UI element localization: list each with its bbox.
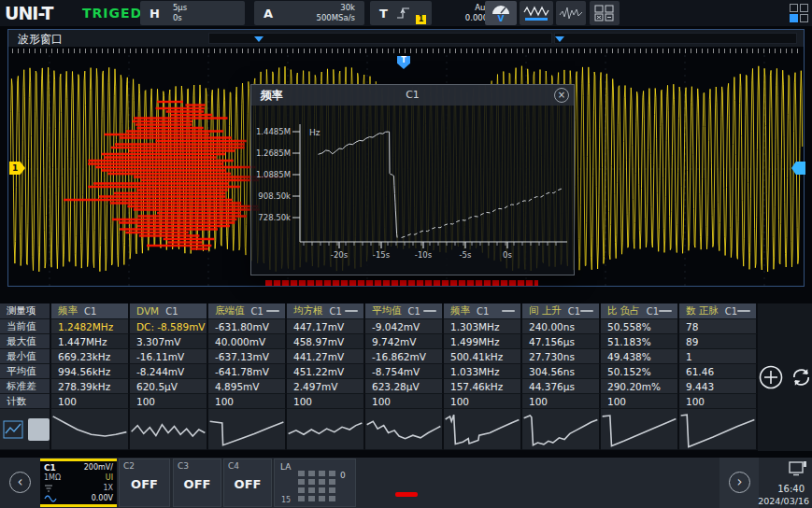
measurement-value: 2.497mV bbox=[287, 379, 365, 394]
measurement-value: 620.5μV bbox=[130, 379, 208, 394]
ch1-impedance: 1MΩ bbox=[44, 473, 61, 482]
row-label: 平均值 bbox=[0, 364, 51, 379]
awg-wave-icon bbox=[523, 4, 549, 22]
measurement-header[interactable]: 间 上升C1 bbox=[522, 303, 601, 319]
ch1-mode: UI bbox=[106, 473, 113, 482]
row-label: 最大值 bbox=[0, 334, 51, 349]
svg-text:-20s: -20s bbox=[331, 250, 349, 260]
measurement-header[interactable]: 底端值C1 bbox=[208, 303, 287, 319]
date-display: 2024/03/16 bbox=[758, 496, 809, 506]
measurement-value: 157.46kHz bbox=[444, 379, 522, 394]
ch1-offset: 0.00V bbox=[92, 494, 113, 502]
memory-overview-strip[interactable] bbox=[12, 49, 800, 53]
chevron-down-icon[interactable] bbox=[254, 36, 264, 42]
channel2-tile[interactable]: C2 OFF bbox=[119, 459, 170, 507]
measurement-value: -631.80mV bbox=[208, 319, 287, 334]
measurement-value: 3.307mV bbox=[130, 334, 208, 349]
table-corner-label: 测量项 bbox=[0, 303, 51, 319]
measurement-value: 447.17mV bbox=[287, 319, 365, 334]
timebase-value: 5μs bbox=[173, 3, 187, 13]
wave-dropdown-2[interactable] bbox=[554, 33, 797, 44]
awg-button[interactable] bbox=[520, 1, 553, 25]
horizontal-menu[interactable]: H 5μs 0s bbox=[140, 1, 245, 25]
trigger-source-badge: 1 bbox=[416, 15, 426, 24]
measurement-value: 1.447MHz bbox=[51, 334, 130, 349]
row-label: 最小值 bbox=[0, 349, 51, 364]
next-page-button[interactable]: › bbox=[729, 472, 750, 493]
add-measurement-icon[interactable] bbox=[758, 364, 783, 390]
wave-dropdown-1[interactable] bbox=[208, 33, 552, 44]
svg-text:-15s: -15s bbox=[373, 250, 391, 260]
close-icon[interactable]: × bbox=[554, 88, 569, 103]
measurement-header[interactable]: 频率C1 bbox=[444, 303, 522, 319]
measurement-dash-icon bbox=[580, 310, 593, 312]
acquire-key: A bbox=[264, 7, 273, 21]
logic-analyzer-tile[interactable]: LA 0 15 bbox=[274, 459, 356, 507]
prev-page-button[interactable]: ‹ bbox=[9, 472, 31, 493]
measurement-value: 100 bbox=[208, 394, 287, 409]
ground-icon bbox=[44, 485, 53, 492]
measurement-value: 669.23kHz bbox=[51, 349, 130, 364]
channel1-tile[interactable]: C1 200mV/ 1MΩ UI 1X 0.00V bbox=[40, 459, 117, 507]
ch3-label: C3 bbox=[178, 461, 189, 471]
measurement-dash-icon bbox=[737, 310, 750, 312]
ch4-state: OFF bbox=[224, 477, 271, 491]
measurement-value: -8.244mV bbox=[130, 364, 208, 379]
measurement-value: 44.376μs bbox=[522, 379, 601, 394]
channel4-tile[interactable]: C4 OFF bbox=[223, 459, 272, 507]
measurement-header[interactable]: 数 正脉C1 bbox=[679, 303, 758, 319]
row-label: 计数 bbox=[0, 394, 51, 409]
measurement-dash-icon bbox=[266, 310, 279, 312]
trend-sparkline bbox=[444, 409, 522, 450]
measurement-value: 458.97mV bbox=[287, 334, 365, 349]
measurement-value: 278.39kHz bbox=[51, 379, 130, 394]
svg-text:-5s: -5s bbox=[460, 250, 472, 260]
dvm-button[interactable]: V bbox=[485, 1, 517, 25]
ref-wave-button[interactable] bbox=[556, 1, 586, 25]
svg-text:908.50k: 908.50k bbox=[258, 191, 291, 201]
trend-chart-icon[interactable] bbox=[3, 420, 23, 439]
chevron-down-icon[interactable] bbox=[555, 36, 564, 42]
svg-text:-10s: -10s bbox=[415, 250, 433, 260]
la-high-index: 0 bbox=[340, 471, 346, 480]
acquire-menu[interactable]: A 30k 500MSa/s bbox=[254, 1, 364, 25]
measurement-header[interactable]: 平均值C1 bbox=[365, 303, 444, 319]
measurement-header[interactable]: 频率C1 bbox=[51, 303, 130, 319]
trend-sparkline bbox=[208, 409, 287, 450]
measurement-value: 4.895mV bbox=[208, 379, 287, 394]
trend-display-toggle[interactable] bbox=[28, 418, 50, 441]
record-progress-bar bbox=[265, 280, 538, 286]
trigger-key: T bbox=[379, 7, 388, 21]
measurement-value: 500.41kHz bbox=[444, 349, 522, 364]
measurement-header[interactable]: DVMC1 bbox=[130, 303, 208, 319]
measurement-value: 47.156μs bbox=[522, 334, 601, 349]
measurement-value: 304.56ns bbox=[522, 364, 601, 379]
top-bar: UNI-T TRIGED H 5μs 0s A 30k 500MSa/s T 1… bbox=[0, 0, 812, 26]
measurement-value: 451.22mV bbox=[287, 364, 365, 379]
trigger-status: TRIGED bbox=[82, 6, 142, 21]
channel3-tile[interactable]: C3 OFF bbox=[173, 459, 221, 507]
ref-wave-icon bbox=[559, 4, 583, 22]
measurement-dash-icon bbox=[502, 310, 515, 312]
waveform-window-titlebar: 波形窗口 bbox=[8, 30, 804, 47]
frequency-trend-plot: 1.4485M1.2685M1.0885M908.50k728.50kHz-20… bbox=[251, 106, 576, 276]
trigger-menu[interactable]: T 1 bbox=[370, 1, 432, 25]
math-button[interactable] bbox=[590, 1, 620, 25]
measurement-header[interactable]: 比 负占C1 bbox=[601, 303, 679, 319]
popup-header[interactable]: 频率 C1 × bbox=[251, 85, 574, 106]
measurement-header[interactable]: 均方根C1 bbox=[287, 303, 365, 319]
trend-tools-cell bbox=[0, 409, 51, 450]
trigger-slope-icon bbox=[395, 6, 412, 21]
window-layout-icon[interactable] bbox=[790, 4, 808, 22]
measurement-value: 623.28μV bbox=[365, 379, 444, 394]
measurement-value: 89 bbox=[679, 334, 758, 349]
svg-text:0s: 0s bbox=[503, 250, 512, 260]
brand-logo: UNI-T bbox=[5, 3, 52, 23]
measurement-value: -8.754mV bbox=[365, 364, 444, 379]
measurement-value: 78 bbox=[679, 319, 758, 334]
measurement-table: 测量项频率C1DVMC1底端值C1均方根C1平均值C1频率C1间 上升C1比 负… bbox=[0, 303, 758, 450]
measurement-dash-icon bbox=[423, 310, 436, 312]
reset-statistics-icon[interactable] bbox=[791, 366, 812, 388]
math-grid-icon bbox=[594, 4, 615, 22]
trend-sparkline bbox=[130, 409, 208, 450]
